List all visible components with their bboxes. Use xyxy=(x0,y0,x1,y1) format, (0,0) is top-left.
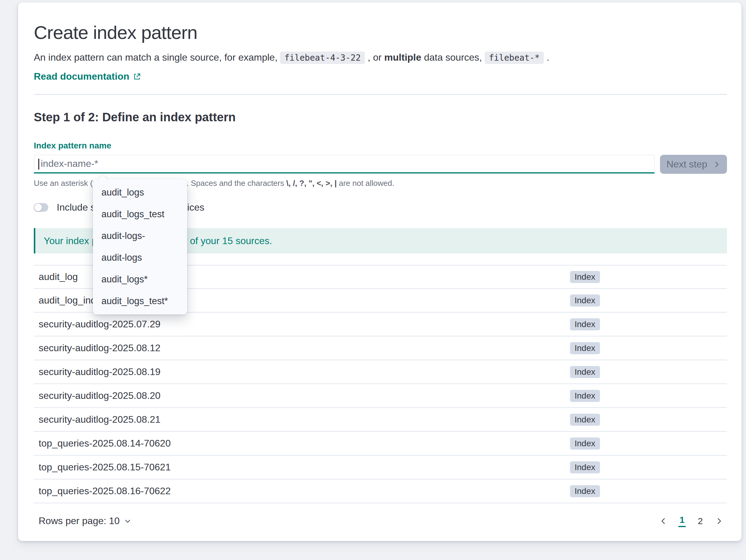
badge-cell: Index xyxy=(570,318,727,330)
badge-cell: Index xyxy=(570,294,727,306)
section-divider xyxy=(34,94,727,95)
table-row: top_queries-2025.08.15-70621 Index xyxy=(34,455,727,479)
badge-cell: Index xyxy=(570,271,727,283)
index-pattern-name-label: Index pattern name xyxy=(34,141,727,151)
index-badge: Index xyxy=(570,318,600,330)
description-text-4: . xyxy=(547,52,549,63)
next-page-button[interactable] xyxy=(715,517,723,525)
index-badge: Index xyxy=(570,366,600,378)
table-row: security-auditlog-2025.08.19 Index xyxy=(34,360,727,384)
index-pattern-input[interactable] xyxy=(34,155,655,174)
input-row: Next step xyxy=(34,155,727,174)
source-name: top_queries-2025.08.15-70621 xyxy=(39,462,570,473)
index-badge: Index xyxy=(570,390,600,402)
rows-per-page-button[interactable]: Rows per page: 10 xyxy=(39,515,131,527)
table-row: security-auditlog-2025.07.29 Index xyxy=(34,313,727,336)
source-name: top_queries-2025.08.14-70620 xyxy=(39,438,570,449)
badge-cell: Index xyxy=(570,461,727,473)
suggestion-item[interactable]: audit_logs* xyxy=(93,268,187,290)
source-name: security-auditlog-2025.08.12 xyxy=(39,343,570,354)
index-badge: Index xyxy=(570,271,600,283)
previous-page-button[interactable] xyxy=(659,517,667,525)
description-emphasis: multiple xyxy=(384,52,421,63)
next-step-button[interactable]: Next step xyxy=(660,155,727,174)
page-1-button[interactable]: 1 xyxy=(679,515,686,527)
index-badge: Index xyxy=(570,294,600,306)
include-system-indices-toggle[interactable] xyxy=(34,203,48,212)
page-title: Create index pattern xyxy=(34,22,727,43)
chevron-left-icon xyxy=(659,517,667,525)
source-name: security-auditlog-2025.07.29 xyxy=(39,319,570,330)
pattern-input-wrap xyxy=(34,155,655,174)
chevron-down-icon xyxy=(124,518,131,525)
suggestions-popover: audit_logs audit_logs_test audit-logs- a… xyxy=(93,179,187,315)
read-documentation-link[interactable]: Read documentation xyxy=(34,71,141,82)
step-heading: Step 1 of 2: Define an index pattern xyxy=(34,111,727,124)
description-text-2: , or xyxy=(368,52,384,63)
next-step-label: Next step xyxy=(666,159,707,170)
source-name: top_queries-2025.08.16-70622 xyxy=(39,485,570,497)
badge-cell: Index xyxy=(570,485,727,497)
table-row: security-auditlog-2025.08.20 Index xyxy=(34,384,727,408)
table-row: security-auditlog-2025.08.21 Index xyxy=(34,408,727,432)
suggestion-item[interactable]: audit_logs xyxy=(93,182,187,203)
description-text-1: An index pattern can match a single sour… xyxy=(34,52,280,63)
index-badge: Index xyxy=(570,414,600,426)
read-documentation-label: Read documentation xyxy=(34,71,129,82)
external-link-icon xyxy=(133,72,141,81)
text-cursor xyxy=(38,159,39,170)
page-description: An index pattern can match a single sour… xyxy=(34,50,727,64)
badge-cell: Index xyxy=(570,366,727,378)
helper-text-2: are not allowed. xyxy=(337,179,395,188)
suggestion-item[interactable]: audit_logs_test xyxy=(93,203,187,225)
source-name: security-auditlog-2025.08.21 xyxy=(39,414,570,425)
badge-cell: Index xyxy=(570,390,727,402)
table-footer: Rows per page: 10 xyxy=(34,515,727,527)
source-name: security-auditlog-2025.08.19 xyxy=(39,366,570,378)
badge-cell: Index xyxy=(570,414,727,426)
description-text-3: data sources, xyxy=(424,52,485,63)
index-badge: Index xyxy=(570,342,600,354)
chevron-right-icon xyxy=(715,517,723,525)
toggle-knob xyxy=(34,204,42,211)
helper-forbidden-chars: \, /, ?, ", <, >, | xyxy=(286,179,337,188)
chevron-right-icon xyxy=(713,160,721,168)
pagination: 1 2 xyxy=(659,515,723,527)
index-badge: Index xyxy=(570,461,600,473)
suggestion-item[interactable]: audit_logs_test* xyxy=(93,290,187,312)
source-name: security-auditlog-2025.08.20 xyxy=(39,390,570,401)
table-row: security-auditlog-2025.08.12 Index xyxy=(34,336,727,360)
table-row: top_queries-2025.08.14-70620 Index xyxy=(34,432,727,455)
code-chip-single-source: filebeat-4-3-22 xyxy=(280,52,365,64)
badge-cell: Index xyxy=(570,438,727,449)
badge-cell: Index xyxy=(570,342,727,354)
rows-per-page-label: Rows per page: 10 xyxy=(39,515,120,527)
index-badge: Index xyxy=(570,438,600,449)
page-2-button[interactable]: 2 xyxy=(696,516,704,526)
suggestion-item[interactable]: audit-logs- xyxy=(93,225,187,247)
index-badge: Index xyxy=(570,485,600,497)
page-background: Create index pattern An index pattern ca… xyxy=(0,0,746,560)
code-chip-wildcard: filebeat-* xyxy=(485,52,544,64)
table-row: top_queries-2025.08.16-70622 Index xyxy=(34,479,727,503)
suggestion-item[interactable]: audit-logs xyxy=(93,247,187,268)
